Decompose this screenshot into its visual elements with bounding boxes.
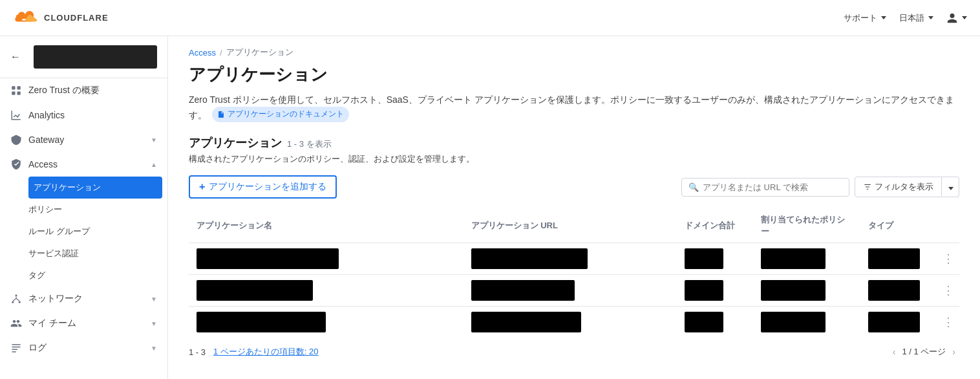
svg-rect-0 (12, 86, 15, 89)
sidebar-subitem-tags[interactable]: タグ (28, 265, 167, 287)
cell-domain-3 (677, 307, 753, 338)
sidebar-subitem-rule-groups[interactable]: ルール グループ (28, 221, 167, 243)
logo-area: CLOUDFLARE (13, 9, 109, 27)
sidebar-item-label: マイ チーム (28, 318, 144, 329)
redacted-type-2 (868, 280, 920, 301)
pagination: ‹ 1 / 1 ページ › (889, 345, 959, 358)
sidebar-item-my-team[interactable]: マイ チーム (0, 311, 167, 336)
svg-rect-3 (17, 92, 21, 95)
cell-type-3 (860, 307, 937, 338)
toolbar-right: 🔍 フィルタを表示 (681, 177, 959, 197)
sidebar-item-analytics[interactable]: Analytics (0, 103, 167, 127)
support-chevron-icon (881, 16, 886, 19)
back-arrow-icon: ← (10, 51, 21, 63)
cell-type-1 (860, 243, 937, 275)
cell-policy-2 (753, 275, 860, 307)
sidebar-item-logs[interactable]: ログ (0, 336, 167, 360)
redacted-domain-3 (685, 312, 723, 332)
row-more-button-2[interactable]: ⋮ (937, 281, 959, 299)
section-title: アプリケーション (189, 135, 282, 151)
sidebar-item-label: ログ (28, 342, 144, 354)
search-input[interactable] (703, 182, 842, 192)
table-row: ⋮ (189, 243, 959, 275)
topbar: CLOUDFLARE サポート 日本語 (0, 0, 980, 36)
cell-app-name-2 (189, 275, 463, 307)
doc-icon (217, 111, 225, 118)
doc-badge[interactable]: アプリケーションのドキュメント (212, 107, 349, 122)
filter-group: フィルタを表示 (855, 177, 959, 197)
table-header: アプリケーション名 アプリケーション URL ドメイン合計 割り当てられたポリシ… (189, 209, 959, 243)
language-button[interactable]: 日本語 (899, 12, 933, 24)
svg-point-4 (16, 294, 17, 296)
svg-rect-1 (17, 86, 21, 89)
redacted-domain-1 (685, 248, 723, 269)
gateway-icon (10, 134, 22, 146)
pagination-next-button[interactable]: › (948, 345, 959, 358)
access-chevron-icon (151, 161, 157, 168)
cell-action-2: ⋮ (937, 275, 959, 307)
filter-dropdown-icon (948, 187, 953, 190)
cell-type-2 (860, 275, 937, 307)
add-application-button[interactable]: + アプリケーションを追加する (189, 175, 337, 199)
row-more-button-3[interactable]: ⋮ (937, 313, 959, 331)
svg-rect-9 (12, 349, 17, 351)
cell-action-1: ⋮ (937, 243, 959, 275)
redacted-policy-1 (761, 248, 826, 269)
section-header: アプリケーション 1 - 3 を表示 (189, 135, 959, 151)
applications-table: アプリケーション名 アプリケーション URL ドメイン合計 割り当てられたポリシ… (189, 209, 959, 338)
sidebar-item-zero-trust[interactable]: Zero Trust の概要 (0, 78, 167, 103)
redacted-app-name-3 (197, 312, 326, 332)
svg-rect-8 (12, 347, 21, 348)
footer-range: 1 - 3 (189, 347, 206, 357)
cell-app-url-2 (463, 275, 677, 307)
toolbar: + アプリケーションを追加する 🔍 フィルタを表示 (189, 175, 959, 199)
logs-chevron-icon (151, 345, 157, 352)
user-button[interactable] (946, 12, 967, 24)
breadcrumb-access-link[interactable]: Access (189, 48, 216, 58)
user-chevron-icon (962, 16, 967, 19)
footer-left: 1 - 3 1 ページあたりの項目数: 20 (189, 346, 319, 358)
sidebar-item-label: Access (28, 159, 144, 169)
redacted-policy-2 (761, 280, 826, 301)
filter-button[interactable]: フィルタを表示 (855, 177, 942, 197)
table-row: ⋮ (189, 275, 959, 307)
pagination-prev-button[interactable]: ‹ (889, 345, 900, 358)
sidebar-subitem-service-auth[interactable]: サービス認証 (28, 243, 167, 265)
network-chevron-icon (151, 296, 157, 303)
sidebar-item-access[interactable]: Access (0, 152, 167, 177)
access-icon (10, 158, 22, 170)
col-header-app-url: アプリケーション URL (463, 209, 677, 243)
sidebar-subitem-policies[interactable]: ポリシー (28, 199, 167, 221)
search-icon: 🔍 (688, 182, 699, 192)
table-row: ⋮ (189, 307, 959, 338)
col-header-policy: 割り当てられたポリシー (753, 209, 860, 243)
svg-rect-10 (12, 351, 16, 352)
row-more-button-1[interactable]: ⋮ (937, 250, 959, 268)
sidebar-subitem-applications[interactable]: アプリケーション (28, 177, 162, 199)
sidebar-back-button[interactable]: ← (0, 36, 167, 78)
redacted-app-name-1 (197, 248, 339, 269)
sidebar-item-network[interactable]: ネットワーク (0, 287, 167, 311)
svg-point-5 (12, 301, 14, 303)
filter-chevron-button[interactable] (942, 177, 959, 197)
pagination-info: 1 / 1 ページ (902, 346, 946, 358)
cell-domain-1 (677, 243, 753, 275)
redacted-type-1 (868, 248, 920, 269)
sidebar: ← Zero Trust の概要 Analytics Gateway (0, 36, 168, 379)
col-header-app-name: アプリケーション名 (189, 209, 463, 243)
support-button[interactable]: サポート (844, 12, 886, 24)
redacted-app-url-3 (471, 312, 581, 332)
redacted-app-url-2 (471, 280, 575, 301)
sidebar-item-gateway[interactable]: Gateway (0, 127, 167, 152)
table-body: ⋮ (189, 243, 959, 338)
page-description: Zero Trust ポリシーを使用して、セルフホスト、SaaS、プライベート … (189, 92, 959, 122)
cloudflare-logo-icon (13, 9, 39, 27)
cell-policy-3 (753, 307, 860, 338)
logo-text: CLOUDFLARE (44, 13, 109, 23)
page-title: アプリケーション (189, 63, 959, 86)
network-icon (10, 293, 22, 305)
cell-app-url-1 (463, 243, 677, 275)
redacted-domain-2 (685, 280, 723, 301)
chart-icon (10, 109, 22, 121)
footer-items-per-page[interactable]: 1 ページあたりの項目数: 20 (213, 346, 319, 358)
